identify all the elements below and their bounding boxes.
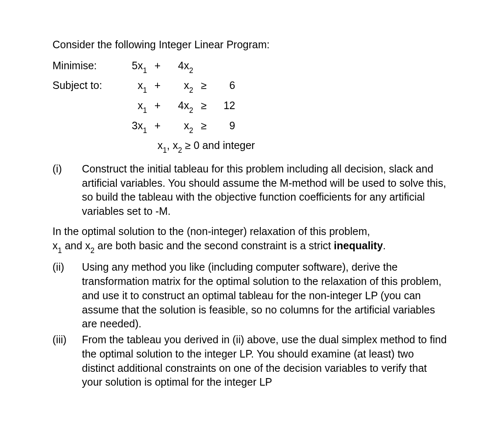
mid-and: and x xyxy=(62,240,90,251)
question-ii-text: Using any method you like (including com… xyxy=(82,260,458,331)
objective-row: Minimise: 5x1 + 4x2 xyxy=(52,59,458,75)
obj-term1: 5x1 xyxy=(122,59,147,75)
c3-t2-sub: 2 xyxy=(189,126,193,135)
mid-x2-sub: 2 xyxy=(90,246,94,255)
obj-t1-sub: 1 xyxy=(143,66,147,75)
mid-paragraph: In the optimal solution to the (non-inte… xyxy=(52,225,458,254)
c3-op: + xyxy=(147,119,168,133)
c3-t2-var: x xyxy=(184,120,189,131)
c1-op: + xyxy=(147,78,168,93)
obj-t2-sub: 2 xyxy=(189,66,193,75)
c1-t1-var: x xyxy=(138,79,143,91)
c3-term2: x2 xyxy=(168,119,193,135)
question-ii: (ii) Using any method you like (includin… xyxy=(52,260,458,331)
c1-t2-var: x xyxy=(184,79,189,91)
c1-term2: x2 xyxy=(168,78,193,94)
roman-iii: (iii) xyxy=(52,333,82,389)
constraint-row: Subject to: x1 + x2 ≥ 6 xyxy=(52,78,458,94)
question-i-text: Construct the initial tableau for this p… xyxy=(82,162,458,219)
c2-rhs: 12 xyxy=(214,99,235,113)
integer-constraint: x1, x2 ≥ 0 and integer xyxy=(52,138,458,154)
c1-t1-sub: 1 xyxy=(143,86,147,94)
ic-v2: x xyxy=(173,139,178,151)
c2-op: + xyxy=(147,99,168,113)
c2-rel: ≥ xyxy=(193,99,214,113)
c2-t1-var: x xyxy=(138,99,143,111)
ic-comma: , xyxy=(167,139,173,151)
c3-term1: 3x1 xyxy=(122,119,147,135)
c3-t1-sub: 1 xyxy=(143,126,147,135)
c2-t2-coef: 4 xyxy=(178,99,184,111)
constraint-row: 3x1 + x2 ≥ 9 xyxy=(52,119,458,135)
mid-period: . xyxy=(383,240,386,251)
c2-t1-sub: 1 xyxy=(143,106,147,115)
subject-to-label: Subject to: xyxy=(52,78,122,93)
math-block: Minimise: 5x1 + 4x2 Subject to: x1 + x2 … xyxy=(52,59,458,154)
c2-t2-var: x xyxy=(184,99,189,111)
c3-rhs: 9 xyxy=(214,119,235,133)
c1-t2-sub: 2 xyxy=(189,86,193,94)
obj-op: + xyxy=(147,59,168,73)
mid-line1: In the optimal solution to the (non-inte… xyxy=(52,225,370,237)
obj-t1-coef: 5 xyxy=(132,60,138,71)
c1-rhs: 6 xyxy=(214,78,235,93)
obj-t1-var: x xyxy=(138,60,143,71)
constraint-row: x1 + 4x2 ≥ 12 xyxy=(52,99,458,115)
intro-text: Consider the following Integer Linear Pr… xyxy=(52,38,458,52)
obj-t2-coef: 4 xyxy=(178,60,184,71)
c3-t1-var: x xyxy=(138,120,143,131)
c2-term1: x1 xyxy=(122,99,147,115)
ic-v1: x xyxy=(158,139,163,151)
obj-term2: 4x2 xyxy=(168,59,193,75)
c1-rel: ≥ xyxy=(193,78,214,93)
mid-rest: are both basic and the second constraint… xyxy=(94,240,334,251)
obj-t2-var: x xyxy=(184,60,189,71)
c1-term1: x1 xyxy=(122,78,147,94)
roman-i: (i) xyxy=(52,162,82,219)
ic-s1: 1 xyxy=(163,146,167,154)
question-i: (i) Construct the initial tableau for th… xyxy=(52,162,458,219)
c2-t2-sub: 2 xyxy=(189,106,193,115)
question-iii-text: From the tableau you derived in (ii) abo… xyxy=(82,333,458,389)
mid-x1-sub: 1 xyxy=(58,246,62,255)
c2-term2: 4x2 xyxy=(168,99,193,115)
ic-s2: 2 xyxy=(178,146,182,154)
objective-label: Minimise: xyxy=(52,59,122,73)
question-iii: (iii) From the tableau you derived in (i… xyxy=(52,333,458,389)
roman-ii: (ii) xyxy=(52,260,82,331)
ic-tail: ≥ 0 and integer xyxy=(182,139,255,151)
c3-rel: ≥ xyxy=(193,119,214,133)
mid-inequality: inequality xyxy=(334,240,383,251)
c3-t1-coef: 3 xyxy=(132,120,138,131)
mid-x1-var: x xyxy=(52,240,58,251)
